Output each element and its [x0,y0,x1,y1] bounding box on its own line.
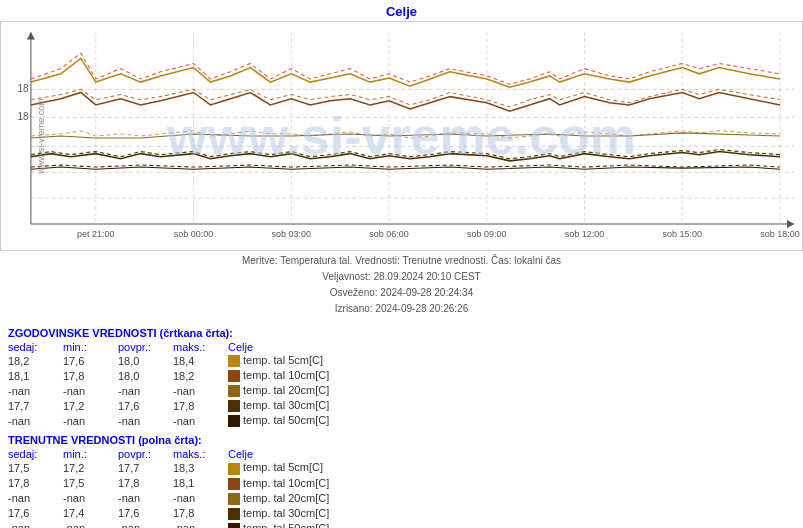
color-indicator [228,478,240,490]
cell-label: temp. tal 30cm[C] [228,506,795,521]
svg-text:18: 18 [17,111,28,122]
cell-min: -nan [63,413,118,428]
cell-label: temp. tal 10cm[C] [228,368,795,383]
table-row: 17,817,517,818,1temp. tal 10cm[C] [8,476,795,491]
table-row: -nan-nan-nan-nantemp. tal 50cm[C] [8,413,795,428]
cell-maks: 17,8 [173,506,228,521]
cell-min: -nan [63,491,118,506]
cell-maks: -nan [173,491,228,506]
cell-sedaj: -nan [8,383,63,398]
current-table: sedaj: min.: povpr.: maks.: Celje 17,517… [8,448,795,528]
table-row: -nan-nan-nan-nantemp. tal 20cm[C] [8,491,795,506]
legend-bottom: Meritve: Temperatura tal. Vrednosti: Tre… [0,253,803,269]
cell-maks: 18,4 [173,353,228,368]
izrisano-label: Izrisano: [335,303,373,314]
table-row: 17,717,217,617,8temp. tal 30cm[C] [8,398,795,413]
hist-header-sedaj: sedaj: [8,341,63,353]
svg-text:sob 03:00: sob 03:00 [272,228,311,238]
cell-label: temp. tal 5cm[C] [228,460,795,475]
cell-sedaj: -nan [8,491,63,506]
cell-povpr: 17,7 [118,460,173,475]
cell-sedaj: -nan [8,413,63,428]
hist-header-celje: Celje [228,341,795,353]
cell-min: -nan [63,521,118,528]
cell-sedaj: -nan [8,521,63,528]
cell-sedaj: 17,5 [8,460,63,475]
svg-text:18: 18 [17,83,28,94]
svg-text:sob 09:00: sob 09:00 [467,228,506,238]
color-indicator [228,463,240,475]
hist-header-maks: maks.: [173,341,228,353]
cell-povpr: 17,8 [118,476,173,491]
curr-header-maks: maks.: [173,448,228,460]
cell-povpr: -nan [118,383,173,398]
cell-maks: -nan [173,383,228,398]
table-row: 18,117,818,018,2temp. tal 10cm[C] [8,368,795,383]
cell-label: temp. tal 20cm[C] [228,491,795,506]
color-indicator [228,355,240,367]
cell-min: 17,2 [63,398,118,413]
cell-min: 17,6 [63,353,118,368]
cell-maks: -nan [173,521,228,528]
cell-min: 17,8 [63,368,118,383]
cell-maks: 18,1 [173,476,228,491]
cell-label: temp. tal 50cm[C] [228,521,795,528]
svg-text:sob 15:00: sob 15:00 [663,228,702,238]
hist-header-povpr: povpr.: [118,341,173,353]
color-indicator [228,415,240,427]
svg-text:sob 00:00: sob 00:00 [174,228,213,238]
cell-sedaj: 17,7 [8,398,63,413]
cell-povpr: 17,6 [118,398,173,413]
table-row: -nan-nan-nan-nantemp. tal 20cm[C] [8,383,795,398]
cell-sedaj: 17,6 [8,506,63,521]
svg-text:sob 06:00: sob 06:00 [369,228,408,238]
cell-min: 17,4 [63,506,118,521]
chart-svg: 18 18 [1,22,802,250]
table-row: 18,217,618,018,4temp. tal 5cm[C] [8,353,795,368]
cell-maks: -nan [173,413,228,428]
chart-title: Celje [0,0,803,21]
veljavnost-label: Veljavnost: [322,271,370,282]
curr-header-min: min.: [63,448,118,460]
cell-min: -nan [63,383,118,398]
color-indicator [228,400,240,412]
si-vreme-vertical-label: www.si-vreme.com [36,98,46,174]
cell-povpr: 17,6 [118,506,173,521]
cell-label: temp. tal 5cm[C] [228,353,795,368]
cell-sedaj: 18,1 [8,368,63,383]
svg-text:pet 21:00: pet 21:00 [77,228,114,238]
hist-header-min: min.: [63,341,118,353]
cell-sedaj: 17,8 [8,476,63,491]
osvezeno-value: 2024-09-28 20:24:34 [380,287,473,298]
curr-header-povpr: povpr.: [118,448,173,460]
curr-header-celje: Celje [228,448,795,460]
izrisano-value: 2024-09-28 20:26:26 [375,303,468,314]
cell-povpr: 18,0 [118,353,173,368]
cell-povpr: -nan [118,413,173,428]
veljavnost-value: 28.09.2024 20:10 CEST [373,271,480,282]
cell-label: temp. tal 50cm[C] [228,413,795,428]
cell-min: 17,2 [63,460,118,475]
color-indicator [228,370,240,382]
cell-min: 17,5 [63,476,118,491]
color-indicator [228,385,240,397]
cell-maks: 18,3 [173,460,228,475]
historical-title: ZGODOVINSKE VREDNOSTI (črtkana črta): [8,327,795,339]
osvezeno-label: Osveženo: [330,287,378,298]
cell-povpr: -nan [118,521,173,528]
cell-label: temp. tal 30cm[C] [228,398,795,413]
cell-povpr: -nan [118,491,173,506]
color-indicator [228,493,240,505]
table-row: 17,517,217,718,3temp. tal 5cm[C] [8,460,795,475]
cell-povpr: 18,0 [118,368,173,383]
color-indicator [228,523,240,528]
table-row: 17,617,417,617,8temp. tal 30cm[C] [8,506,795,521]
current-title: TRENUTNE VREDNOSTI (polna črta): [8,434,795,446]
cell-label: temp. tal 10cm[C] [228,476,795,491]
curr-header-sedaj: sedaj: [8,448,63,460]
table-row: -nan-nan-nan-nantemp. tal 50cm[C] [8,521,795,528]
chart-container: www.si-vreme.com www.si-vreme.com 18 18 [0,21,803,251]
cell-label: temp. tal 20cm[C] [228,383,795,398]
svg-text:sob 18:00: sob 18:00 [760,228,799,238]
color-indicator [228,508,240,520]
